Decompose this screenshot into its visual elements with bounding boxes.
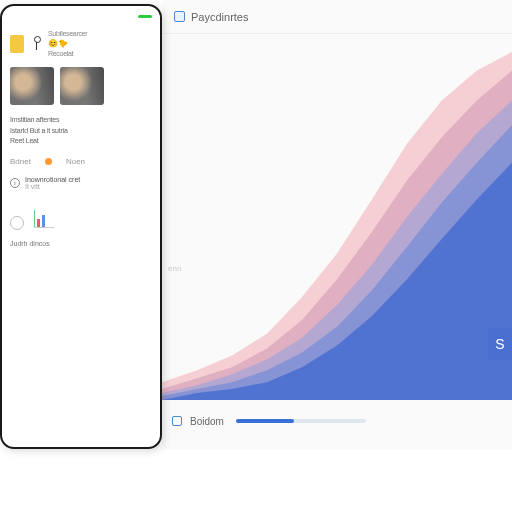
progress-bar[interactable] [236, 419, 366, 423]
footer-text: Judrh dincos [10, 240, 152, 247]
icon-label-1: Subtlesearcer [48, 30, 87, 37]
chart-header: Paycdinrtes [162, 0, 512, 34]
side-badge[interactable]: S [488, 328, 512, 360]
emoji-row: 😊🐤 [48, 39, 87, 48]
tab-item[interactable]: Noen [66, 157, 85, 166]
link-row[interactable]: i Inownrotional cret It vitt [10, 176, 152, 190]
phone-status-bar [10, 10, 152, 22]
link-subtext: It vitt [25, 183, 80, 190]
desktop-chart-panel: Paycdinrtes enn S Boidom [162, 0, 512, 450]
caption-block: Imstitian aftentes Istartd But a it sutr… [10, 115, 152, 147]
tab-item[interactable] [45, 157, 52, 166]
dot-icon [45, 158, 52, 165]
app-icon-row[interactable]: Subtlesearcer 😊🐤 Recoelat [10, 30, 152, 57]
video-thumbnail[interactable] [10, 67, 54, 105]
video-thumbnail[interactable] [60, 67, 104, 105]
caption-line: Istartd But a it sutria [10, 126, 152, 137]
legend-icon[interactable] [172, 416, 182, 426]
chart-title: Paycdinrtes [191, 11, 248, 23]
caption-line: Imstitian aftentes [10, 115, 152, 126]
avatar-placeholder-icon[interactable] [10, 216, 24, 230]
progress-fill [236, 419, 295, 423]
chart-footer: Boidom [172, 406, 502, 436]
link-text: Inownrotional cret [25, 176, 80, 183]
icon-label-2: Recoelat [48, 50, 87, 57]
area-chart[interactable]: enn [162, 34, 512, 400]
mobile-panel: Subtlesearcer 😊🐤 Recoelat Imstitian afte… [0, 4, 162, 449]
info-icon: i [10, 178, 20, 188]
tab-strip: Bdnet Noen [10, 157, 152, 166]
chart-type-icon[interactable] [174, 11, 185, 22]
mini-bar-chart [34, 208, 58, 228]
person-icon [30, 36, 42, 52]
footer-label: Boidom [190, 416, 224, 427]
y-axis-label: enn [168, 264, 181, 273]
signal-indicator [138, 15, 152, 18]
icon-label-block: Subtlesearcer 😊🐤 Recoelat [48, 30, 87, 57]
caption-line: Reet Leat [10, 136, 152, 147]
area-chart-svg [162, 34, 512, 400]
tab-item[interactable]: Bdnet [10, 157, 31, 166]
document-icon [10, 35, 24, 53]
thumbnail-row[interactable] [10, 67, 152, 105]
